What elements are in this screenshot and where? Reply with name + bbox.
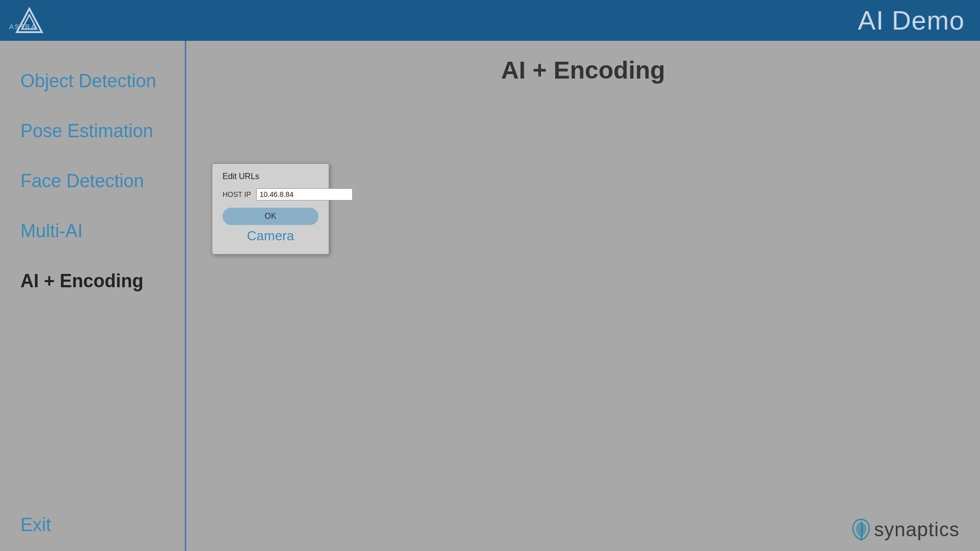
- dialog-fields: HOST IP: [223, 188, 318, 201]
- main-layout: Object Detection Pose Estimation Face De…: [0, 41, 980, 551]
- exit-button[interactable]: Exit: [20, 514, 51, 536]
- sidebar-item-ai-encoding[interactable]: AI + Encoding: [0, 256, 185, 306]
- sidebar-item-pose-estimation[interactable]: Pose Estimation: [0, 106, 185, 156]
- sidebar-item-face-detection[interactable]: Face Detection: [0, 156, 185, 206]
- content-area: AI + Encoding Edit URLs HOST IP OK Camer…: [186, 41, 980, 551]
- ok-button[interactable]: OK: [223, 208, 318, 225]
- dialog-overlay: Edit URLs HOST IP OK Camera: [186, 41, 980, 551]
- camera-text: Camera: [247, 228, 294, 243]
- host-ip-label: HOST IP: [223, 190, 251, 198]
- edit-urls-dialog: Edit URLs HOST IP OK Camera: [212, 163, 329, 255]
- logo-area: ASTRA: [15, 7, 43, 35]
- synaptics-icon: [852, 518, 870, 541]
- header: ASTRA AI Demo: [0, 0, 980, 41]
- host-ip-row: HOST IP: [223, 188, 318, 201]
- astra-brand-label: ASTRA: [9, 23, 36, 31]
- app-title: AI Demo: [858, 5, 965, 36]
- host-ip-input[interactable]: [256, 188, 353, 201]
- sidebar: Object Detection Pose Estimation Face De…: [0, 41, 186, 551]
- sidebar-item-object-detection[interactable]: Object Detection: [0, 56, 185, 106]
- synaptics-logo: synaptics: [852, 518, 960, 541]
- sidebar-item-multi-ai[interactable]: Multi-AI: [0, 206, 185, 256]
- synaptics-text: synaptics: [874, 519, 960, 541]
- dialog-title: Edit URLs: [223, 172, 318, 181]
- camera-label-area: Camera: [223, 228, 318, 244]
